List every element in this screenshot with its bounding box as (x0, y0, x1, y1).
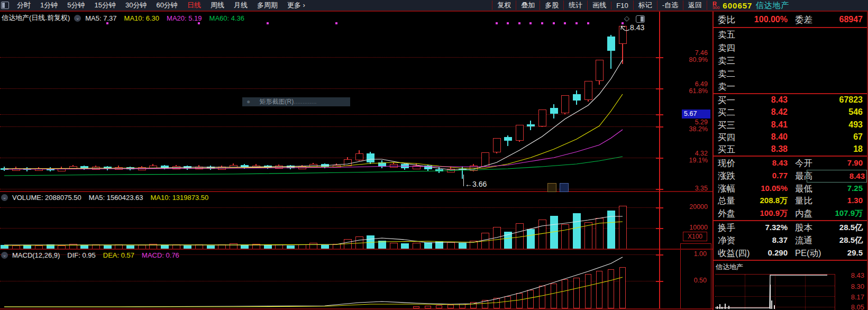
candle (321, 164, 329, 167)
tab-5分钟[interactable]: 5分钟 (62, 1, 89, 10)
volume-bar (607, 211, 615, 249)
tab-周线[interactable]: 周线 (206, 1, 229, 10)
buy-row[interactable]: 买五8.3818 (714, 143, 867, 156)
buy-volume: 546 (807, 106, 863, 118)
tab-更多 ›[interactable]: 更多 › (282, 1, 310, 10)
toolbar-button-返回[interactable]: 返回 (683, 1, 707, 10)
minichart-gridline (715, 307, 835, 307)
buy-price: 8.42 (745, 106, 788, 118)
info-row: 换手7.32%股本28.5亿 (714, 222, 867, 234)
layout-icon[interactable] (1, 2, 9, 9)
minichart-vgrid (775, 275, 775, 309)
buy-volume: 18 (807, 143, 863, 155)
candle (527, 124, 535, 126)
sell-row[interactable]: 卖二 (714, 68, 867, 80)
buy-price: 8.41 (745, 119, 788, 131)
toolbar-button-复权[interactable]: 复权 (492, 1, 516, 10)
volume-bar (493, 227, 501, 250)
price-gridline (0, 189, 656, 189)
chevron-down-icon[interactable]: ⌄ (1, 252, 8, 259)
volume-bar (344, 239, 352, 250)
candle (298, 166, 306, 169)
indicator-value: MACD(12,26,9) (12, 251, 60, 259)
toolbar-button-标记[interactable]: 标记 (633, 1, 657, 10)
info-row: 净资8.37流通28.5亿 (714, 234, 867, 247)
toolbar-button-画线[interactable]: 画线 (587, 1, 611, 10)
price-annotation: 8.43 (630, 23, 644, 32)
candle (12, 168, 20, 171)
tab-60分钟[interactable]: 60分钟 (151, 1, 182, 10)
toolbar-button-统计[interactable]: 统计 (563, 1, 587, 10)
drawing-tooltip: ● 矩形截图(R)............. (242, 97, 350, 106)
macd-axis-label: 0.50 (661, 277, 707, 284)
badge-财[interactable] (560, 183, 569, 192)
volume-bar (1, 245, 8, 249)
candle (378, 162, 386, 167)
tab-1分钟[interactable]: 1分钟 (35, 1, 62, 10)
candle (504, 137, 512, 141)
indicator-value: DEA: 0.57 (103, 251, 134, 259)
stat-row: 总量208.8万量比1.30 (714, 195, 867, 207)
highlight-price-label: 5.67 (682, 110, 710, 118)
signal-dot-icon (575, 22, 578, 24)
info-row-value: 29.5 (807, 247, 863, 259)
toolbar-button-F10[interactable]: F10 (611, 2, 633, 10)
volume-bar (355, 236, 363, 250)
macd-bar (516, 293, 523, 308)
stat-row-value: 0.77 (745, 170, 788, 181)
volume-bar (459, 243, 467, 249)
pane-icon[interactable] (636, 15, 645, 23)
macd-bar (573, 278, 580, 308)
chevron-down-icon[interactable]: ⌄ (74, 15, 81, 22)
sell-row[interactable]: 卖一 (714, 80, 867, 93)
candle (195, 167, 203, 169)
badge-榜[interactable] (547, 183, 556, 192)
weicha-value: 68947 (807, 14, 863, 25)
minichart-volume-spike (728, 306, 729, 309)
tab-日线[interactable]: 日线 (182, 1, 206, 10)
volume-bar (538, 220, 546, 250)
candle (218, 167, 226, 170)
price-gridline (0, 158, 656, 158)
price-gridline (0, 88, 656, 89)
toolbar-button--自选[interactable]: -自选 (657, 1, 683, 10)
minichart-vgrid (805, 275, 806, 309)
tab-30分钟[interactable]: 30分钟 (121, 1, 151, 10)
diamond-icon[interactable]: ◇ (624, 14, 629, 22)
top-toolbar: 分时1分钟5分钟15分钟30分钟60分钟日线周线月线多周期更多 › 复权叠加多股… (0, 0, 868, 12)
signal-dot-icon (518, 22, 520, 24)
tab-分时[interactable]: 分时 (12, 1, 35, 10)
sell-row[interactable]: 卖三 (714, 54, 867, 67)
candle (459, 169, 467, 170)
candle (184, 166, 191, 168)
tooltip-dots: ............. (294, 98, 316, 105)
candle (287, 166, 295, 168)
candle (470, 166, 478, 171)
volume-bar (321, 245, 329, 249)
tab-15分钟[interactable]: 15分钟 (89, 1, 120, 10)
buy-row[interactable]: 买二8.42546 (714, 106, 867, 118)
chevron-down-icon[interactable]: ⌄ (1, 194, 8, 201)
candle (264, 166, 272, 168)
sell-row[interactable]: 卖四 (714, 42, 867, 54)
axis-tick (656, 114, 663, 115)
volume-bar (561, 224, 569, 250)
volume-bar (424, 242, 432, 249)
panel-separator (0, 249, 712, 250)
price-axis-label: 3.35 (661, 185, 708, 192)
toolbar-button-多股[interactable]: 多股 (540, 1, 563, 10)
buy-row[interactable]: 买三8.41493 (714, 119, 867, 131)
candle (561, 95, 569, 113)
sell-row[interactable]: 卖五 (714, 29, 867, 41)
stock-badge[interactable]: R 500 600657 信达地产 (712, 1, 864, 11)
buy-row[interactable]: 买一8.4367823 (714, 94, 867, 106)
buy-price: 8.40 (745, 131, 788, 143)
dip-annotation: ←3.66 (465, 180, 487, 188)
buy-row[interactable]: 买四8.4067 (714, 131, 867, 143)
tab-月线[interactable]: 月线 (229, 1, 252, 10)
minichart-top-line (715, 274, 835, 275)
tab-多周期[interactable]: 多周期 (252, 1, 282, 10)
sell-label: 卖一 (718, 80, 735, 92)
candle (538, 110, 546, 126)
toolbar-button-叠加[interactable]: 叠加 (516, 1, 540, 10)
